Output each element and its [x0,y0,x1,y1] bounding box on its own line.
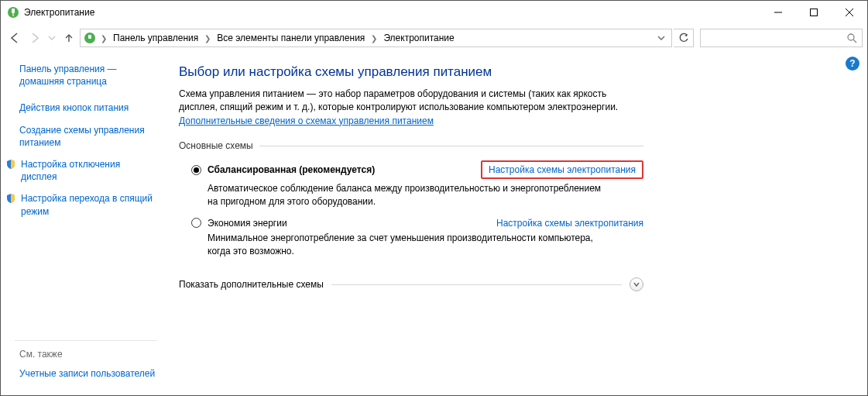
radio-saver[interactable] [191,218,201,228]
up-button[interactable] [60,29,78,47]
plan-description: Автоматическое соблюдение баланса между … [208,182,610,208]
radio-balanced[interactable] [191,165,201,175]
close-button[interactable] [832,1,867,24]
main-content: Выбор или настройка схемы управления пит… [163,52,867,395]
show-more-label: Показать дополнительные схемы [179,279,324,290]
divider [331,284,622,285]
sidebar: Панель управления — домашняя страница Де… [1,52,163,395]
svg-rect-8 [88,35,91,39]
shield-icon [5,159,16,170]
power-plan-saver: Экономия энергии Настройка схемы электро… [191,218,643,258]
plan-description: Минимальное энергопотребление за счет ум… [208,232,610,258]
sidebar-link-label: Настройка отключения дисплея [21,158,157,183]
app-icon [7,6,19,19]
svg-rect-2 [12,13,14,16]
plan-name[interactable]: Экономия энергии [208,218,287,229]
svg-line-10 [853,40,856,43]
window: Электропитание ❯ Панель управления ❯ Все… [0,0,868,396]
titlebar: Электропитание [1,1,867,24]
change-plan-settings-link[interactable]: Настройка схемы электропитания [481,160,643,179]
svg-point-9 [848,34,854,40]
address-dropdown-icon[interactable] [654,34,668,42]
window-controls [760,1,867,24]
chevron-down-icon[interactable] [630,277,643,291]
sidebar-link-display-off[interactable]: Настройка отключения дисплея [5,158,157,183]
sidebar-link-user-accounts[interactable]: Учетные записи пользователей [19,367,157,380]
address-bar: ❯ Панель управления ❯ Все элементы панел… [1,24,867,52]
control-panel-icon [84,32,96,44]
description-text: Схема управления питанием — это набор па… [179,88,618,112]
sidebar-link-sleep[interactable]: Настройка перехода в спящий режим [5,192,157,217]
back-button[interactable] [5,29,24,47]
group-legend: Основные схемы [179,140,253,151]
chevron-right-icon[interactable]: ❯ [99,34,108,43]
breadcrumb-bar[interactable]: ❯ Панель управления ❯ Все элементы панел… [80,29,672,47]
page-description: Схема управления питанием — это набор па… [179,88,628,128]
sidebar-link-label: Настройка перехода в спящий режим [21,192,157,217]
svg-rect-4 [811,9,818,16]
window-title: Электропитание [24,7,760,18]
plans-group: Основные схемы Сбалансированная (рекомен… [179,140,643,257]
chevron-right-icon[interactable]: ❯ [369,34,379,43]
divider [259,146,643,146]
change-plan-settings-link[interactable]: Настройка схемы электропитания [496,218,643,229]
shield-icon [5,193,16,204]
breadcrumb-item[interactable]: Все элементы панели управления [215,33,366,43]
power-plan-balanced: Сбалансированная (рекомендуется) Настрой… [191,160,643,208]
sidebar-link-power-buttons[interactable]: Действия кнопок питания [19,102,157,114]
learn-more-link[interactable]: Дополнительные сведения о схемах управле… [179,115,434,126]
plan-name[interactable]: Сбалансированная (рекомендуется) [208,164,375,175]
refresh-button[interactable] [674,29,694,47]
control-panel-home-link[interactable]: Панель управления — домашняя страница [19,63,157,88]
minimize-button[interactable] [760,1,796,24]
search-icon [846,33,857,43]
show-additional-plans[interactable]: Показать дополнительные схемы [179,277,643,291]
search-input[interactable] [700,29,863,47]
breadcrumb-item[interactable]: Панель управления [112,33,200,43]
page-heading: Выбор или настройка схемы управления пит… [179,64,852,80]
maximize-button[interactable] [796,1,832,24]
recent-button[interactable] [46,29,58,47]
breadcrumb-item[interactable]: Электропитание [382,33,455,43]
content-body: ? Панель управления — домашняя страница … [1,52,867,395]
sidebar-link-create-plan[interactable]: Создание схемы управления питанием [19,124,157,149]
svg-rect-1 [12,9,15,13]
chevron-right-icon[interactable]: ❯ [203,34,212,43]
forward-button[interactable] [26,29,44,47]
see-also-label: См. также [19,349,157,360]
